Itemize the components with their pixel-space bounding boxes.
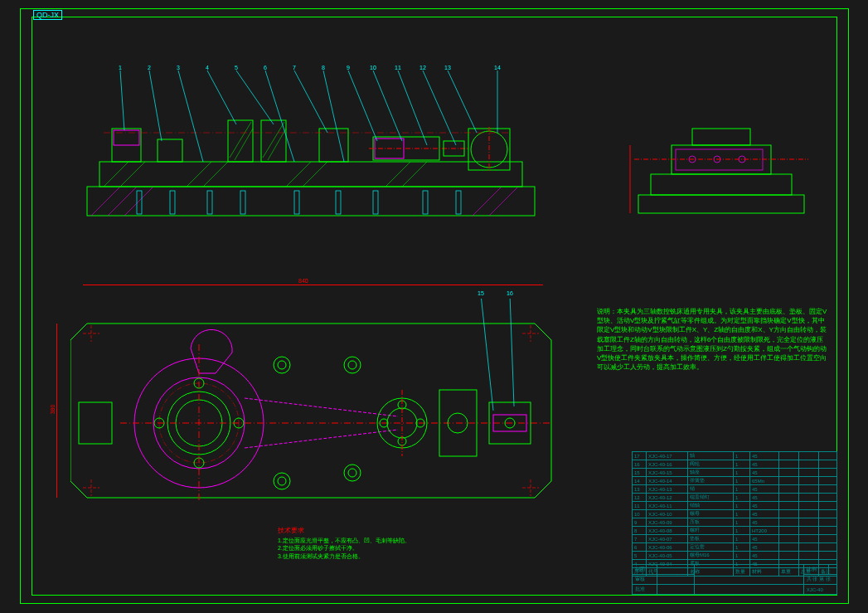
balloon-11: 11 xyxy=(394,65,402,71)
svg-line-50 xyxy=(348,71,377,141)
svg-line-49 xyxy=(323,71,344,162)
svg-line-54 xyxy=(448,71,477,133)
balloon-12: 12 xyxy=(419,65,427,71)
svg-rect-37 xyxy=(336,191,341,214)
svg-rect-17 xyxy=(158,139,182,162)
table-row: 10XJC-40-10螺母145 xyxy=(633,510,837,518)
table-row: 17XJC-40-17轴145 xyxy=(633,452,837,460)
svg-rect-39 xyxy=(423,191,428,214)
front-section-view xyxy=(79,71,551,236)
svg-rect-56 xyxy=(638,195,804,213)
balloon-7: 7 xyxy=(290,65,298,71)
table-row: 5XJC-40-05螺母M16145 xyxy=(633,552,837,560)
balloon-14: 14 xyxy=(493,65,502,71)
svg-line-45 xyxy=(207,71,236,124)
svg-rect-24 xyxy=(319,129,348,162)
svg-rect-35 xyxy=(240,191,245,214)
svg-point-86 xyxy=(348,469,356,477)
dim-width-line xyxy=(83,285,543,285)
balloon-4: 4 xyxy=(203,65,211,71)
svg-line-5 xyxy=(489,187,518,216)
plan-view xyxy=(70,299,560,523)
dim-width: 840 xyxy=(298,278,308,284)
tech-requirements: 技术要求 1.定位面应光滑平整，不应有凸、凹、毛刺等缺陷。 2.定位面必须用砂子… xyxy=(278,527,410,560)
svg-line-78 xyxy=(245,430,398,448)
svg-rect-33 xyxy=(170,191,175,214)
table-row: 12XJC-40-12端盖销钉145 xyxy=(633,494,837,502)
svg-line-100 xyxy=(481,299,493,411)
table-row: 8XJC-40-08螺杆1HT200 xyxy=(633,527,837,535)
svg-rect-40 xyxy=(456,191,461,214)
balloon-1: 1 xyxy=(116,65,124,71)
svg-line-9 xyxy=(187,162,211,187)
svg-rect-59 xyxy=(692,129,750,145)
balloon-15: 15 xyxy=(477,290,485,296)
table-row: 13XJC-40-13销145 xyxy=(633,485,837,494)
table-row: 7XJC-40-07垫板145 xyxy=(633,535,837,543)
svg-line-22 xyxy=(263,122,284,158)
balloon-9: 9 xyxy=(344,65,352,71)
svg-line-47 xyxy=(265,71,294,162)
svg-line-42 xyxy=(120,71,124,130)
tech-note-title: 技术要求 xyxy=(278,527,410,535)
svg-point-82 xyxy=(348,361,356,369)
svg-line-53 xyxy=(423,71,456,145)
title-block: 制图 比例 审核 共 张 第 张 批准 XJC-40 xyxy=(632,564,837,595)
table-row: 14XJC-40-14弹簧垫165Mn xyxy=(633,477,837,485)
svg-line-12 xyxy=(303,162,327,187)
svg-line-13 xyxy=(386,162,410,187)
balloon-10: 10 xyxy=(369,65,377,71)
svg-line-52 xyxy=(398,71,427,145)
svg-line-7 xyxy=(104,162,129,187)
svg-line-48 xyxy=(294,71,327,133)
svg-point-79 xyxy=(274,357,290,373)
svg-line-20 xyxy=(230,122,251,158)
balloon-2: 2 xyxy=(145,65,153,71)
balloon-5: 5 xyxy=(232,65,240,71)
svg-line-101 xyxy=(510,299,514,406)
table-row: 15XJC-40-15轴座145 xyxy=(633,469,837,477)
svg-line-14 xyxy=(402,162,427,187)
balloon-13: 13 xyxy=(444,65,452,71)
table-row: 9XJC-40-09压板145 xyxy=(633,518,837,527)
svg-line-2 xyxy=(108,187,137,216)
svg-line-10 xyxy=(203,162,228,187)
svg-line-43 xyxy=(149,71,162,141)
svg-line-1 xyxy=(91,187,120,216)
table-row: 6XJC-40-06定位套145 xyxy=(633,543,837,552)
svg-line-23 xyxy=(268,129,286,160)
svg-rect-36 xyxy=(294,191,299,214)
dim-height: 380 xyxy=(50,405,56,415)
svg-line-21 xyxy=(235,129,253,160)
dim-height-line xyxy=(56,324,57,498)
svg-point-81 xyxy=(344,357,361,373)
svg-rect-0 xyxy=(87,187,535,216)
svg-rect-6 xyxy=(99,162,522,187)
svg-point-85 xyxy=(344,465,361,481)
svg-line-8 xyxy=(120,162,145,187)
svg-rect-38 xyxy=(373,191,378,214)
parts-list-table: 17XJC-40-17轴14516XJC-40-16阀轮14515XJC-40-… xyxy=(632,451,837,577)
svg-rect-19 xyxy=(261,120,286,162)
table-row: 16XJC-40-16阀轮145 xyxy=(633,460,837,469)
svg-point-83 xyxy=(274,473,290,489)
table-row: 11XJC-40-11销轴145 xyxy=(633,502,837,510)
balloon-16: 16 xyxy=(506,290,514,296)
svg-point-80 xyxy=(278,361,286,369)
balloon-3: 3 xyxy=(174,65,182,71)
svg-rect-34 xyxy=(207,191,212,214)
side-view xyxy=(626,120,817,220)
svg-point-84 xyxy=(278,477,286,485)
tab-label: QD-JX xyxy=(33,10,62,20)
svg-line-4 xyxy=(473,187,502,216)
svg-rect-18 xyxy=(228,120,253,162)
balloon-6: 6 xyxy=(261,65,269,71)
drawing-canvas[interactable]: QD-JX xyxy=(0,0,868,613)
svg-line-11 xyxy=(286,162,311,187)
description-text: 说明：本夹具为三轴数控铣床通用专用夹具，该夹具主要由底板、垫板、固定V型块、活动… xyxy=(597,307,829,372)
svg-line-77 xyxy=(245,398,398,416)
tech-note-body: 1.定位面应光滑平整，不应有凸、凹、毛刺等缺陷。 2.定位面必须用砂子擦拭干净。… xyxy=(278,537,410,559)
svg-rect-16 xyxy=(114,130,139,145)
balloon-8: 8 xyxy=(319,65,327,71)
svg-rect-57 xyxy=(651,174,792,195)
